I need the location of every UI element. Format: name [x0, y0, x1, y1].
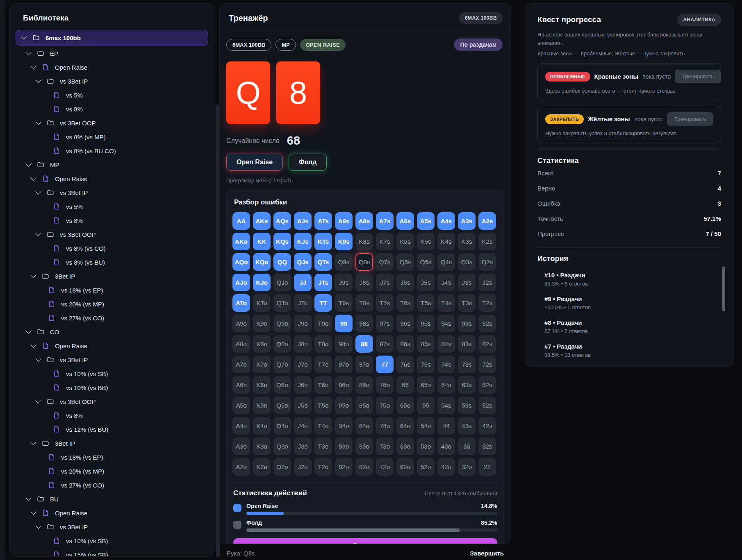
hand-cell-Q2o[interactable]: Q2o	[273, 458, 291, 476]
hand-cell-Q3s[interactable]: Q3s	[458, 253, 476, 271]
hand-cell-AKo[interactable]: AKo	[232, 233, 250, 250]
chevron-down-icon[interactable]	[35, 397, 42, 404]
fold-button[interactable]: Фолд	[289, 154, 327, 171]
tree-item-33[interactable]: BU	[16, 492, 208, 506]
hand-cell-AA[interactable]: AA	[232, 212, 250, 230]
hand-cell-J2s[interactable]: J2s	[478, 274, 496, 291]
hand-cell-K8s[interactable]: K8s	[355, 233, 373, 250]
chevron-down-icon[interactable]	[35, 355, 42, 362]
hand-cell-AQs[interactable]: AQs	[273, 212, 291, 230]
tree-item-29[interactable]: 3Bet IP	[16, 436, 208, 450]
tree-item-6[interactable]: vs 3Bet OOP	[16, 116, 208, 130]
hand-cell-54o[interactable]: 54o	[417, 417, 435, 435]
hand-cell-75o[interactable]: 75o	[376, 397, 394, 414]
tree-item-37[interactable]: vs 15% (vs SB)	[16, 548, 208, 557]
tree-item-34[interactable]: Open Raise	[16, 506, 208, 520]
hand-cell-KJs[interactable]: KJs	[294, 233, 312, 250]
hand-cell-77[interactable]: 77	[376, 356, 394, 373]
hand-cell-53o[interactable]: 53o	[417, 438, 435, 455]
tree-item-21[interactable]: CO	[16, 325, 208, 339]
hand-cell-J7s[interactable]: J7s	[376, 274, 394, 291]
hand-cell-J3s[interactable]: J3s	[458, 274, 476, 291]
tree-item-23[interactable]: vs 3Bet IP	[16, 353, 208, 367]
hand-cell-QTs[interactable]: QTs	[314, 253, 332, 271]
chevron-down-icon[interactable]	[25, 327, 32, 334]
tree-item-20[interactable]: vs 27% (vs CO)	[16, 311, 208, 325]
hand-cell-JTo[interactable]: JTo	[294, 294, 312, 312]
hand-cell-87s[interactable]: 87s	[376, 335, 394, 353]
hand-cell-J6s[interactable]: J6s	[396, 274, 414, 291]
hand-cell-42o[interactable]: 42o	[437, 458, 455, 476]
hand-cell-64s[interactable]: 64s	[437, 376, 455, 394]
hand-cell-T9s[interactable]: T9s	[335, 294, 353, 312]
hand-cell-Q7s[interactable]: Q7s	[376, 253, 394, 271]
tree-item-36[interactable]: vs 10% (vs SB)	[16, 534, 208, 548]
hand-cell-K9o[interactable]: K9o	[253, 315, 271, 332]
hand-cell-62o[interactable]: 62o	[396, 458, 414, 476]
hand-cell-A4o[interactable]: A4o	[232, 417, 250, 435]
hand-cell-84s[interactable]: 84s	[437, 335, 455, 353]
hand-cell-Q5o[interactable]: Q5o	[273, 397, 291, 414]
hand-cell-K3s[interactable]: K3s	[458, 233, 476, 250]
tree-item-28[interactable]: vs 12% (vs BU)	[16, 422, 208, 436]
hand-cell-K7s[interactable]: K7s	[376, 233, 394, 250]
hand-cell-86o[interactable]: 86o	[355, 376, 373, 394]
tree-item-4[interactable]: vs 5%	[16, 88, 208, 102]
finish-button[interactable]: Завершить	[470, 550, 504, 557]
hand-cell-72s[interactable]: 72s	[478, 356, 496, 373]
hand-cell-T2o[interactable]: T2o	[314, 458, 332, 476]
hand-cell-KQs[interactable]: KQs	[273, 233, 291, 250]
hand-cell-J9s[interactable]: J9s	[335, 274, 353, 291]
tree-item-18[interactable]: vs 18% (vs EP)	[16, 283, 208, 297]
hand-cell-T2s[interactable]: T2s	[478, 294, 496, 312]
tree-item-30[interactable]: vs 18% (vs EP)	[16, 450, 208, 464]
hand-cell-84o[interactable]: 84o	[355, 417, 373, 435]
hand-cell-J6o[interactable]: J6o	[294, 376, 312, 394]
hand-cell-A9s[interactable]: A9s	[335, 212, 353, 230]
hand-cell-A2s[interactable]: A2s	[478, 212, 496, 230]
hand-cell-J8o[interactable]: J8o	[294, 335, 312, 353]
hand-cell-98s[interactable]: 98s	[355, 315, 373, 332]
tree-item-17[interactable]: 3Bet IP	[16, 269, 208, 283]
hand-cell-JJ[interactable]: JJ	[294, 274, 312, 291]
hand-cell-A4s[interactable]: A4s	[437, 212, 455, 230]
hand-cell-KTs[interactable]: KTs	[314, 233, 332, 250]
hand-cell-83s[interactable]: 83s	[458, 335, 476, 353]
hand-cell-AQo[interactable]: AQo	[232, 253, 250, 271]
hand-cell-66[interactable]: 66	[396, 376, 414, 394]
history-item-4[interactable]: #6 • Раздачи0.0% • 1 ответов	[544, 367, 721, 367]
hand-cell-74s[interactable]: 74s	[437, 356, 455, 373]
hand-cell-T3s[interactable]: T3s	[458, 294, 476, 312]
hand-cell-KK[interactable]: KK	[253, 233, 271, 250]
hand-cell-96s[interactable]: 96s	[396, 315, 414, 332]
hand-cell-98o[interactable]: 98o	[335, 335, 353, 353]
hand-cell-JTs[interactable]: JTs	[314, 274, 332, 291]
tree-item-0[interactable]: 6max 100bb	[16, 30, 208, 45]
hand-cell-K2o[interactable]: K2o	[253, 458, 271, 476]
mode-toggle-button[interactable]: По раздачам	[454, 39, 503, 51]
hand-cell-92s[interactable]: 92s	[478, 315, 496, 332]
hand-cell-J3o[interactable]: J3o	[294, 438, 312, 455]
hand-cell-K5s[interactable]: K5s	[417, 233, 435, 250]
hand-cell-ATo[interactable]: ATo	[232, 294, 250, 312]
chevron-down-icon[interactable]	[25, 160, 32, 167]
hand-cell-94o[interactable]: 94o	[335, 417, 353, 435]
hand-cell-J4o[interactable]: J4o	[294, 417, 312, 435]
hand-cell-A9o[interactable]: A9o	[232, 315, 250, 332]
train-button[interactable]: Тренировать	[667, 112, 713, 126]
tree-item-14[interactable]: vs 3Bet OOP	[16, 227, 208, 241]
hand-cell-75s[interactable]: 75s	[417, 356, 435, 373]
hand-cell-Q8o[interactable]: Q8o	[273, 335, 291, 353]
history-scrollbar[interactable]	[722, 266, 725, 311]
hand-cell-Q8s[interactable]: Q8s	[355, 253, 373, 271]
tree-item-19[interactable]: vs 20% (vs MP)	[16, 297, 208, 311]
hand-cell-92o[interactable]: 92o	[335, 458, 353, 476]
chevron-down-icon[interactable]	[30, 508, 37, 515]
chevron-down-icon[interactable]	[30, 439, 37, 445]
hand-cell-52s[interactable]: 52s	[478, 397, 496, 414]
chevron-down-icon[interactable]	[35, 188, 42, 195]
hand-cell-T7s[interactable]: T7s	[376, 294, 394, 312]
hand-cell-A8o[interactable]: A8o	[232, 335, 250, 353]
chevron-down-icon[interactable]	[35, 230, 42, 236]
hand-cell-T5s[interactable]: T5s	[417, 294, 435, 312]
